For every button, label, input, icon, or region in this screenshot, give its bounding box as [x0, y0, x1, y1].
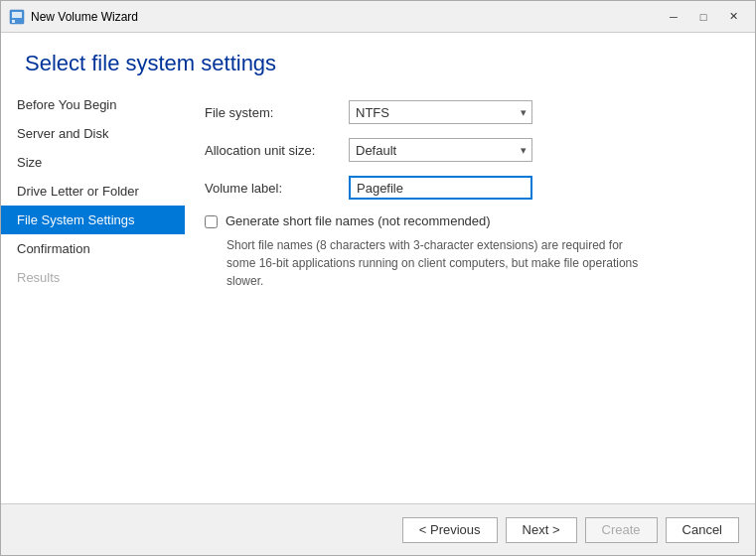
- allocation-label: Allocation unit size:: [205, 143, 349, 158]
- maximize-button[interactable]: □: [689, 7, 717, 27]
- footer: < Previous Next > Create Cancel: [1, 503, 755, 555]
- sidebar-item-size[interactable]: Size: [1, 148, 185, 177]
- volume-label-input[interactable]: [349, 176, 532, 200]
- sidebar-item-results: Results: [1, 263, 185, 292]
- volume-label-text: Volume label:: [205, 181, 349, 196]
- content-area: Select file system settings Before You B…: [1, 33, 755, 503]
- short-names-checkbox[interactable]: [205, 215, 218, 228]
- file-system-select[interactable]: NTFS ReFS FAT32 FAT exFAT: [349, 100, 532, 124]
- sidebar-item-drive-letter[interactable]: Drive Letter or Folder: [1, 177, 185, 206]
- window-title: New Volume Wizard: [31, 10, 660, 24]
- main-content: Before You Begin Server and Disk Size Dr…: [1, 90, 755, 503]
- sidebar-item-file-system-settings[interactable]: File System Settings: [1, 206, 185, 234]
- volume-label-row: Volume label:: [205, 176, 725, 200]
- minimize-button[interactable]: ─: [660, 7, 687, 27]
- page-title: Select file system settings: [1, 33, 755, 90]
- window-controls: ─ □ ✕: [660, 7, 747, 27]
- short-names-label[interactable]: Generate short file names (not recommend…: [226, 213, 491, 228]
- sidebar: Before You Begin Server and Disk Size Dr…: [1, 90, 185, 503]
- short-names-row: Generate short file names (not recommend…: [205, 213, 725, 228]
- cancel-button[interactable]: Cancel: [666, 517, 739, 543]
- file-system-label: File system:: [205, 105, 349, 120]
- sidebar-item-confirmation[interactable]: Confirmation: [1, 234, 185, 263]
- file-system-row: File system: NTFS ReFS FAT32 FAT exFAT: [205, 100, 725, 124]
- form-area: File system: NTFS ReFS FAT32 FAT exFAT A…: [185, 90, 755, 503]
- next-button[interactable]: Next >: [506, 517, 577, 543]
- sidebar-item-before-you-begin[interactable]: Before You Begin: [1, 90, 185, 119]
- svg-rect-1: [12, 12, 22, 18]
- create-button[interactable]: Create: [585, 517, 658, 543]
- previous-button[interactable]: < Previous: [402, 517, 498, 543]
- allocation-select-wrapper: Default 512 1024 2048 4096 8192 16K 32K …: [349, 138, 532, 162]
- close-button[interactable]: ✕: [719, 7, 747, 27]
- file-system-select-wrapper: NTFS ReFS FAT32 FAT exFAT: [349, 100, 532, 124]
- window: New Volume Wizard ─ □ ✕ Select file syst…: [0, 0, 756, 556]
- app-icon: [9, 9, 25, 25]
- svg-rect-2: [12, 20, 15, 23]
- sidebar-item-server-and-disk[interactable]: Server and Disk: [1, 119, 185, 148]
- allocation-row: Allocation unit size: Default 512 1024 2…: [205, 138, 725, 162]
- title-bar: New Volume Wizard ─ □ ✕: [1, 1, 755, 33]
- allocation-select[interactable]: Default 512 1024 2048 4096 8192 16K 32K …: [349, 138, 532, 162]
- short-names-description: Short file names (8 characters with 3-ch…: [227, 236, 654, 290]
